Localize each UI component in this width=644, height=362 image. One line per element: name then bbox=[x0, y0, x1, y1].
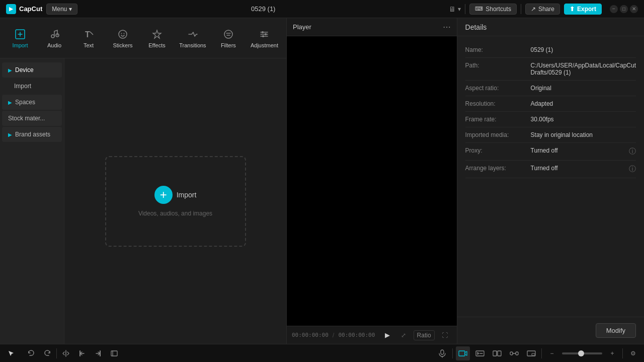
shortcuts-button[interactable]: ⌨ Shortcuts bbox=[469, 4, 517, 15]
sidebar-item-stock[interactable]: Stock mater... bbox=[2, 111, 62, 126]
import-plus-icon: + bbox=[154, 186, 173, 204]
player-controls: 00:00:00:00 / 00:00:00:00 ▶ ⤢ Ratio ⛶ bbox=[287, 326, 457, 344]
detail-row-imported: Imported media: Stay in original locatio… bbox=[465, 127, 636, 143]
keyboard-icon: ⌨ bbox=[475, 6, 483, 12]
effects-label: Effects bbox=[148, 42, 165, 48]
redo-button[interactable] bbox=[40, 346, 54, 360]
svg-rect-23 bbox=[498, 351, 501, 356]
split-track-button[interactable] bbox=[490, 346, 504, 360]
sidebar-item-brand[interactable]: ▶ Brand assets bbox=[2, 127, 62, 142]
volume-increase-button[interactable]: + bbox=[605, 346, 619, 360]
close-button[interactable]: ✕ bbox=[630, 5, 638, 13]
detail-label-layers: Arrange layers: bbox=[465, 165, 531, 174]
link-button[interactable] bbox=[507, 346, 521, 360]
detail-value-resolution: Adapted bbox=[531, 100, 636, 107]
share-button[interactable]: ↗ Share bbox=[525, 4, 560, 15]
detail-row-proxy: Proxy: Turned off ⓘ bbox=[465, 143, 636, 161]
audio-track-button[interactable] bbox=[473, 346, 487, 360]
tool-stickers[interactable]: Stickers bbox=[107, 25, 139, 51]
tool-import[interactable]: Import bbox=[4, 25, 36, 51]
player-time-current: 00:00:00:00 bbox=[292, 332, 329, 338]
layers-info-icon[interactable]: ⓘ bbox=[629, 165, 636, 174]
modify-button[interactable]: Modify bbox=[596, 323, 636, 338]
monitor-icon: 🖥 bbox=[449, 5, 456, 13]
microphone-button[interactable] bbox=[435, 346, 449, 360]
svg-marker-8 bbox=[153, 30, 161, 38]
detail-label-path: Path: bbox=[465, 62, 531, 76]
import-area: + Import Videos, audios, and images bbox=[64, 58, 286, 344]
titlebar-right: 🖥 ▾ ⌨ Shortcuts ↗ Share ⬆ Export − □ ✕ bbox=[449, 4, 638, 15]
sidebar-device-label: Device bbox=[15, 66, 34, 74]
trim-right-button[interactable] bbox=[91, 346, 105, 360]
tool-text[interactable]: T Text bbox=[72, 25, 105, 51]
fullscreen-icon[interactable]: ⤢ bbox=[396, 328, 411, 342]
tool-effects[interactable]: Effects bbox=[141, 25, 173, 51]
logo-icon: ▶ bbox=[6, 4, 16, 14]
volume-decrease-button[interactable]: − bbox=[545, 346, 559, 360]
pip-button[interactable] bbox=[524, 346, 538, 360]
titlebar-left: ▶ CapCut Menu ▾ bbox=[6, 4, 77, 15]
sidebar-import-label: Import bbox=[14, 83, 31, 90]
player-menu-button[interactable]: ⋯ bbox=[443, 22, 451, 32]
undo-button[interactable] bbox=[24, 346, 38, 360]
svg-point-12 bbox=[262, 35, 264, 37]
share-icon: ↗ bbox=[531, 6, 536, 13]
tl-divider4 bbox=[622, 348, 623, 358]
window-controls: − □ ✕ bbox=[610, 5, 638, 13]
play-button[interactable]: ▶ bbox=[381, 329, 393, 341]
trim-left-button[interactable] bbox=[75, 346, 89, 360]
zoom-slider[interactable] bbox=[562, 352, 602, 354]
player-right-controls: ▶ ⤢ Ratio ⛶ bbox=[381, 328, 452, 342]
filters-label: Filters bbox=[221, 42, 236, 48]
ratio-button[interactable]: Ratio bbox=[414, 330, 435, 340]
import-dropzone[interactable]: + Import Videos, audios, and images bbox=[105, 156, 246, 247]
import-button-group: + Import bbox=[154, 186, 197, 204]
minimize-button[interactable]: − bbox=[610, 5, 618, 13]
svg-point-5 bbox=[119, 30, 127, 38]
svg-point-7 bbox=[124, 33, 125, 34]
tl-divider3 bbox=[541, 348, 542, 358]
toolbar: Import Audio T bbox=[0, 18, 286, 58]
svg-rect-16 bbox=[111, 351, 117, 356]
maximize-button[interactable]: □ bbox=[620, 5, 628, 13]
main-content: Import Audio T bbox=[0, 18, 644, 344]
svg-line-4 bbox=[90, 32, 93, 35]
delete-clip-button[interactable] bbox=[107, 346, 121, 360]
svg-rect-22 bbox=[493, 351, 497, 356]
tool-filters[interactable]: Filters bbox=[212, 25, 245, 51]
timeline-right-controls: − + ⚙ bbox=[435, 346, 640, 360]
transitions-icon bbox=[187, 28, 199, 40]
tool-audio[interactable]: Audio bbox=[38, 25, 70, 51]
divider2 bbox=[521, 4, 521, 14]
effects-icon bbox=[151, 28, 163, 40]
chevron-right-icon-spaces: ▶ bbox=[8, 100, 12, 105]
proxy-info-icon[interactable]: ⓘ bbox=[629, 147, 636, 156]
detail-row-aspect: Aspect ratio: Original bbox=[465, 81, 636, 96]
sidebar-item-import[interactable]: Import bbox=[2, 79, 62, 94]
detail-row-framerate: Frame rate: 30.00fps bbox=[465, 112, 636, 127]
detail-value-framerate: 30.00fps bbox=[531, 116, 636, 123]
select-tool-button[interactable] bbox=[4, 346, 18, 360]
divider bbox=[465, 4, 465, 14]
tl-divider1 bbox=[56, 348, 57, 358]
text-icon: T bbox=[83, 28, 95, 40]
settings-button[interactable]: ⚙ bbox=[626, 346, 640, 360]
video-track-button[interactable] bbox=[456, 346, 470, 360]
svg-rect-20 bbox=[459, 351, 465, 356]
details-header: Details bbox=[457, 18, 644, 36]
detail-label-name: Name: bbox=[465, 46, 531, 53]
audio-label: Audio bbox=[47, 42, 61, 48]
stickers-label: Stickers bbox=[113, 42, 132, 48]
menu-button[interactable]: Menu ▾ bbox=[46, 4, 77, 15]
tool-adjustment[interactable]: Adjustment bbox=[247, 25, 282, 51]
detail-value-path: C:/Users/USER/AppData/Local/CapCut Draft… bbox=[531, 62, 636, 76]
split-button[interactable] bbox=[59, 346, 73, 360]
detail-value-proxy: Turned off bbox=[531, 147, 629, 156]
detail-value-layers: Turned off bbox=[531, 165, 629, 174]
expand-icon[interactable]: ⛶ bbox=[438, 328, 452, 342]
export-button[interactable]: ⬆ Export bbox=[564, 4, 602, 15]
sidebar-item-spaces[interactable]: ▶ Spaces bbox=[2, 95, 62, 110]
sidebar-item-device[interactable]: ▶ Device bbox=[2, 62, 62, 78]
tool-transitions[interactable]: Transitions bbox=[175, 25, 210, 51]
player-header: Player ⋯ bbox=[287, 18, 457, 36]
